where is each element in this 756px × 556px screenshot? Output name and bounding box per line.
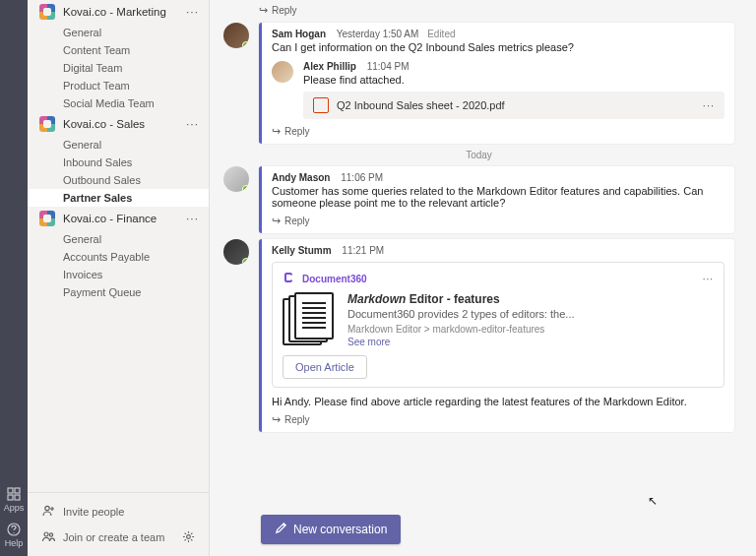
avatar[interactable] bbox=[223, 239, 249, 265]
post-author: Sam Hogan bbox=[272, 29, 326, 39]
reply-label: Reply bbox=[284, 414, 310, 425]
team-name: Kovai.co - Finance bbox=[63, 213, 186, 224]
channel-item[interactable]: Content Team bbox=[63, 41, 209, 59]
reply-time: 11:04 PM bbox=[367, 61, 410, 72]
team-header[interactable]: Kovai.co - Sales ··· bbox=[28, 112, 209, 136]
teams-list: Kovai.co - Marketing ··· General Content… bbox=[28, 0, 209, 492]
apprail-help-label: Help bbox=[5, 538, 24, 548]
post-author: Andy Mason bbox=[272, 172, 330, 183]
avatar[interactable] bbox=[223, 23, 249, 48]
channel-item[interactable]: Accounts Payable bbox=[63, 248, 209, 266]
svg-point-9 bbox=[187, 534, 191, 538]
team-icon bbox=[39, 116, 55, 132]
reply-link[interactable]: ↪ Reply bbox=[272, 413, 724, 426]
file-name: Q2 Inbound Sales sheet - 2020.pdf bbox=[337, 99, 703, 111]
svg-rect-1 bbox=[15, 488, 20, 493]
card-more-icon[interactable]: ··· bbox=[703, 274, 714, 284]
card-body: Markdown Editor - features Document360 p… bbox=[283, 292, 714, 347]
post-body: Kelly Stumm 11:21 PM Document360 ··· bbox=[259, 239, 734, 432]
team-icon bbox=[39, 4, 55, 20]
document-stack-icon bbox=[283, 292, 338, 347]
svg-rect-3 bbox=[15, 495, 20, 500]
reply-label: Reply bbox=[284, 126, 310, 137]
invite-people[interactable]: Invite people bbox=[28, 499, 209, 525]
compose-bar: New conversation bbox=[210, 505, 756, 556]
post-text: Can I get information on the Q2 Inbound … bbox=[272, 41, 724, 53]
card-header: Document360 ··· bbox=[283, 271, 714, 286]
attachment-more-icon[interactable]: ··· bbox=[703, 99, 715, 111]
new-conversation-button[interactable]: New conversation bbox=[261, 515, 401, 544]
compose-icon bbox=[275, 522, 287, 537]
channel-item[interactable]: Inbound Sales bbox=[63, 154, 209, 171]
join-label: Join or create a team bbox=[63, 531, 164, 543]
avatar[interactable] bbox=[272, 61, 293, 83]
team-sales: Kovai.co - Sales ··· General Inbound Sal… bbox=[28, 112, 209, 207]
svg-point-7 bbox=[44, 532, 48, 536]
team-more-icon[interactable]: ··· bbox=[186, 212, 199, 225]
team-header[interactable]: Kovai.co - Marketing ··· bbox=[28, 0, 209, 24]
card-app-name: Document360 bbox=[302, 274, 367, 284]
gear-icon[interactable] bbox=[182, 530, 195, 545]
team-more-icon[interactable]: ··· bbox=[186, 5, 199, 19]
post-meta: Kelly Stumm 11:21 PM bbox=[272, 245, 724, 256]
reply-label: Reply bbox=[284, 216, 310, 226]
post: Andy Mason 11:06 PM Customer has some qu… bbox=[223, 166, 734, 233]
apprail-apps[interactable]: Apps bbox=[4, 487, 25, 513]
channel-item[interactable]: Invoices bbox=[63, 266, 209, 283]
svg-rect-0 bbox=[8, 488, 13, 493]
channel-item[interactable]: General bbox=[63, 24, 209, 41]
svg-point-6 bbox=[45, 506, 49, 510]
reply-arrow-icon: ↪ bbox=[259, 4, 268, 17]
channel-item[interactable]: General bbox=[63, 230, 209, 248]
team-marketing: Kovai.co - Marketing ··· General Content… bbox=[28, 0, 209, 112]
reply-arrow-icon: ↪ bbox=[272, 215, 281, 227]
reply-label: Reply bbox=[272, 5, 297, 16]
adaptive-card: Document360 ··· Markdown Editor - featur… bbox=[272, 262, 724, 388]
post-time: 11:06 PM bbox=[341, 172, 383, 183]
reply-link[interactable]: ↪ Reply bbox=[259, 4, 734, 17]
post-time: Yesterday 1:50 AM bbox=[337, 29, 419, 39]
team-header[interactable]: Kovai.co - Finance ··· bbox=[28, 207, 209, 230]
app-rail: Apps Help bbox=[0, 0, 28, 556]
presence-available-icon bbox=[242, 185, 249, 192]
join-create-team[interactable]: Join or create a team bbox=[28, 525, 209, 550]
post-meta: Sam Hogan Yesterday 1:50 AM Edited bbox=[272, 29, 724, 39]
file-attachment[interactable]: Q2 Inbound Sales sheet - 2020.pdf ··· bbox=[303, 92, 724, 119]
open-article-button[interactable]: Open Article bbox=[283, 355, 367, 379]
app-logo-icon bbox=[283, 271, 296, 286]
new-conversation-label: New conversation bbox=[293, 523, 387, 536]
team-name: Kovai.co - Sales bbox=[63, 118, 186, 130]
reply-link[interactable]: ↪ Reply bbox=[272, 215, 724, 227]
presence-available-icon bbox=[242, 258, 249, 265]
reply-body: Alex Phillip 11:04 PM Please find attach… bbox=[303, 61, 724, 119]
channel-item[interactable]: General bbox=[63, 136, 209, 154]
reply-link[interactable]: ↪ Reply bbox=[272, 125, 724, 138]
channel-item[interactable]: Digital Team bbox=[63, 59, 209, 77]
post-body: Sam Hogan Yesterday 1:50 AM Edited Can I… bbox=[259, 23, 734, 144]
channel-item[interactable]: Social Media Team bbox=[63, 94, 209, 112]
team-icon bbox=[39, 211, 55, 226]
pdf-file-icon bbox=[313, 97, 329, 113]
post-meta: Andy Mason 11:06 PM bbox=[272, 172, 724, 183]
channel-item[interactable]: Outbound Sales bbox=[63, 171, 209, 189]
apprail-help[interactable]: Help bbox=[5, 523, 24, 548]
post-time: 11:21 PM bbox=[342, 245, 384, 256]
svg-point-8 bbox=[49, 533, 52, 536]
main: ↪ Reply Sam Hogan Yesterday 1:50 AM Edit… bbox=[210, 0, 756, 556]
channel-item[interactable]: Payment Queue bbox=[63, 283, 209, 301]
channel-item[interactable]: Product Team bbox=[63, 77, 209, 94]
team-name: Kovai.co - Marketing bbox=[63, 6, 186, 18]
team-more-icon[interactable]: ··· bbox=[186, 117, 199, 131]
card-title: Markdown Editor - features bbox=[347, 292, 714, 306]
presence-available-icon bbox=[242, 41, 249, 48]
see-more-link[interactable]: See more bbox=[347, 337, 714, 347]
svg-point-5 bbox=[13, 532, 14, 533]
reply-text: Please find attached. bbox=[303, 74, 724, 86]
reply-meta: Alex Phillip 11:04 PM bbox=[303, 61, 724, 72]
reply-arrow-icon: ↪ bbox=[272, 125, 281, 138]
channel-item-active[interactable]: Partner Sales bbox=[28, 189, 209, 207]
reply-author: Alex Phillip bbox=[303, 61, 356, 72]
people-icon bbox=[41, 529, 55, 545]
avatar[interactable] bbox=[223, 166, 249, 192]
card-description: Document360 provides 2 types of editors:… bbox=[347, 308, 714, 320]
